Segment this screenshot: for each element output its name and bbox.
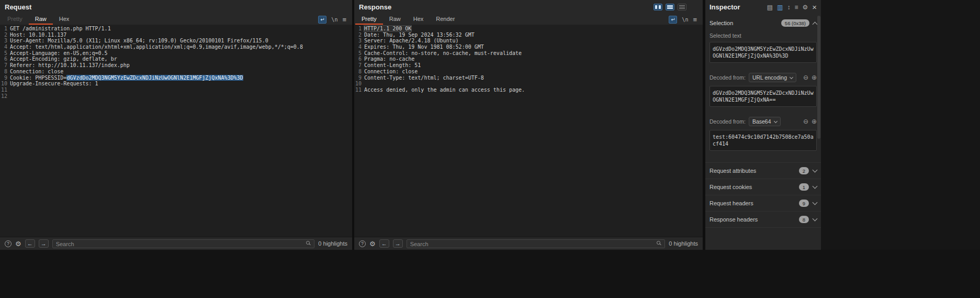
expand-all-icon[interactable]: ↕ xyxy=(787,4,790,10)
highlights-count: 0 highlights xyxy=(669,240,698,247)
layout-columns-button[interactable] xyxy=(654,4,662,10)
collapse-all-icon[interactable]: ≡ xyxy=(794,4,798,10)
remove-decoder-icon[interactable]: ⊖ xyxy=(803,118,808,125)
search-input[interactable] xyxy=(52,239,315,248)
highlights-count: 0 highlights xyxy=(318,240,347,247)
scrollbar-thumb[interactable] xyxy=(817,16,820,139)
chevron-down-icon xyxy=(813,216,818,222)
request-tab-hex[interactable]: Hex xyxy=(53,14,76,25)
editor-menu-icon[interactable]: ≡ xyxy=(342,16,346,24)
help-icon[interactable]: ? xyxy=(5,240,12,247)
inspector-section-request-cookies[interactable]: Request cookies1 xyxy=(705,179,821,195)
next-match-button[interactable]: → xyxy=(393,239,403,248)
code-line-1[interactable]: 1GET /administration.php HTTP/1.1 xyxy=(0,26,352,32)
code-line-10[interactable]: 10Upgrade-Insecure-Requests: 1 xyxy=(0,81,352,87)
editor-menu-icon[interactable]: ≡ xyxy=(693,16,697,24)
line-number: 6 xyxy=(354,56,362,62)
dock-bottom-icon[interactable]: ▤ xyxy=(767,4,773,10)
code-line-8[interactable]: 8Connection: close xyxy=(0,69,352,75)
count-badge: 2 xyxy=(799,167,809,174)
prev-match-button[interactable]: ← xyxy=(379,239,389,248)
selected-text-value[interactable]: dGVzdDo2MDQ3NGM5YzEwZDcxNDJiNzUwOGNlN2E1… xyxy=(709,42,817,63)
inspector-section-request-headers[interactable]: Request headers9 xyxy=(705,195,821,212)
code-line-7[interactable]: 7Referer: http://10.10.11.137/index.php xyxy=(0,62,352,69)
code-line-6[interactable]: 6Accept-Encoding: gzip, deflate, br xyxy=(0,56,352,62)
show-newlines-toggle[interactable]: \n xyxy=(331,17,337,23)
line-text: Content-Length: 51 xyxy=(362,62,421,69)
section-label: Request cookies xyxy=(709,184,752,190)
line-number: 7 xyxy=(0,62,7,69)
close-icon[interactable]: × xyxy=(812,3,817,11)
chevron-up-icon xyxy=(813,21,818,27)
response-tab-hex[interactable]: Hex xyxy=(407,14,430,25)
selection-section-header[interactable]: Selection 56 (0x38) xyxy=(705,17,821,29)
request-editor[interactable]: 1GET /administration.php HTTP/1.12Host: … xyxy=(0,25,352,237)
code-line-2[interactable]: 2Date: Thu, 19 Sep 2024 13:56:32 GMT xyxy=(354,32,703,38)
code-line-3[interactable]: 3Server: Apache/2.4.18 (Ubuntu) xyxy=(354,38,703,44)
response-tab-render[interactable]: Render xyxy=(430,14,461,25)
prev-match-button[interactable]: ← xyxy=(25,239,35,248)
decoder-method-dropdown[interactable]: URL encoding xyxy=(749,73,796,82)
inspector-collapsed-sections: Request attributes2Request cookies1Reque… xyxy=(705,162,821,228)
request-tab-raw[interactable]: Raw xyxy=(29,14,53,25)
selected-text: dGVzdDo2MDQ3NGM5YzEwZDcxNDJiNzUwOGNlN2E1… xyxy=(66,75,243,81)
code-line-9[interactable]: 9Content-Type: text/html; charset=UTF-8 xyxy=(354,75,703,81)
inspector-section-request-attributes[interactable]: Request attributes2 xyxy=(705,163,821,179)
search-settings-gear-icon[interactable]: ⚙ xyxy=(369,240,376,247)
inspector-scrollbar[interactable] xyxy=(817,16,820,236)
line-number: 10 xyxy=(0,81,7,87)
code-line-5[interactable]: 5Accept-Language: en-US,en;q=0.5 xyxy=(0,50,352,57)
chevron-down-icon xyxy=(813,168,818,173)
response-tab-pretty[interactable]: Pretty xyxy=(355,14,383,25)
count-badge: 1 xyxy=(799,183,809,191)
add-decoder-icon[interactable]: ⊕ xyxy=(812,74,817,81)
settings-gear-icon[interactable]: ⚙ xyxy=(802,4,808,10)
decoder-stack: Decoded from:URL encoding⊖⊕dGVzdDo2MDQ3N… xyxy=(705,63,821,151)
code-line-11[interactable]: 11Access denied, only the admin can acce… xyxy=(354,87,703,93)
decoded-value[interactable]: test:60474c9c10d7142b7508ce7a50acf414 xyxy=(709,130,817,151)
search-settings-gear-icon[interactable]: ⚙ xyxy=(15,240,21,247)
remove-decoder-icon[interactable]: ⊖ xyxy=(803,74,808,81)
dock-right-icon[interactable]: ▥ xyxy=(777,4,783,10)
line-number: 1 xyxy=(0,26,7,32)
next-match-button[interactable]: → xyxy=(39,239,49,248)
code-line-5[interactable]: 5Cache-Control: no-store, no-cache, must… xyxy=(354,50,703,57)
layout-rows-button[interactable] xyxy=(666,4,674,10)
search-input[interactable] xyxy=(407,239,666,248)
line-text: Content-Type: text/html; charset=UTF-8 xyxy=(362,75,484,81)
request-tabbar: PrettyRawHex ↵ \n ≡ xyxy=(0,14,352,25)
line-text: Accept-Language: en-US,en;q=0.5 xyxy=(7,50,108,57)
section-label: Request headers xyxy=(709,200,753,206)
response-panel-header: Response xyxy=(354,0,703,14)
line-text xyxy=(7,93,10,100)
word-wrap-toggle[interactable]: ↵ xyxy=(318,16,326,24)
code-line-4[interactable]: 4Expires: Thu, 19 Nov 1981 08:52:00 GMT xyxy=(354,44,703,50)
code-line-9[interactable]: 9Cookie: PHPSESSID=dGVzdDo2MDQ3NGM5YzEwZ… xyxy=(0,75,352,81)
code-line-11[interactable]: 11 xyxy=(0,87,352,93)
word-wrap-toggle[interactable]: ↵ xyxy=(669,16,677,24)
decoder-method-dropdown[interactable]: Base64 xyxy=(749,117,781,126)
line-text: Server: Apache/2.4.18 (Ubuntu) xyxy=(362,38,459,44)
response-editor[interactable]: 1HTTP/1.1 200 OK2Date: Thu, 19 Sep 2024 … xyxy=(354,25,703,237)
code-line-4[interactable]: 4Accept: text/html,application/xhtml+xml… xyxy=(0,44,352,50)
request-search-bar: ? ⚙ ← → 0 highlights xyxy=(0,237,352,250)
code-line-10[interactable]: 10 xyxy=(354,81,703,87)
help-icon[interactable]: ? xyxy=(359,240,366,247)
add-decoder-icon[interactable]: ⊕ xyxy=(812,118,817,125)
inspector-section-response-headers[interactable]: Response headers8 xyxy=(705,212,821,228)
code-line-3[interactable]: 3User-Agent: Mozilla/5.0 (X11; Linux x86… xyxy=(0,38,352,44)
selected-text-label: Selected text xyxy=(709,32,817,39)
code-line-7[interactable]: 7Content-Length: 51 xyxy=(354,62,703,69)
response-tab-raw[interactable]: Raw xyxy=(383,14,407,25)
code-line-12[interactable]: 12 xyxy=(0,93,352,100)
line-text: Connection: close xyxy=(362,69,418,75)
request-tab-pretty[interactable]: Pretty xyxy=(1,14,29,25)
code-line-2[interactable]: 2Host: 10.10.11.137 xyxy=(0,32,352,38)
line-number: 7 xyxy=(354,62,362,69)
layout-tabs-button[interactable] xyxy=(678,4,686,10)
code-line-1[interactable]: 1HTTP/1.1 200 OK xyxy=(354,26,703,32)
decoded-value[interactable]: dGVzdDo2MDQ3NGM5YzEwZDcxNDJiNzUwOGNlN2E1… xyxy=(709,86,817,107)
code-line-6[interactable]: 6Pragma: no-cache xyxy=(354,56,703,62)
code-line-8[interactable]: 8Connection: close xyxy=(354,69,703,75)
show-newlines-toggle[interactable]: \n xyxy=(682,17,688,23)
